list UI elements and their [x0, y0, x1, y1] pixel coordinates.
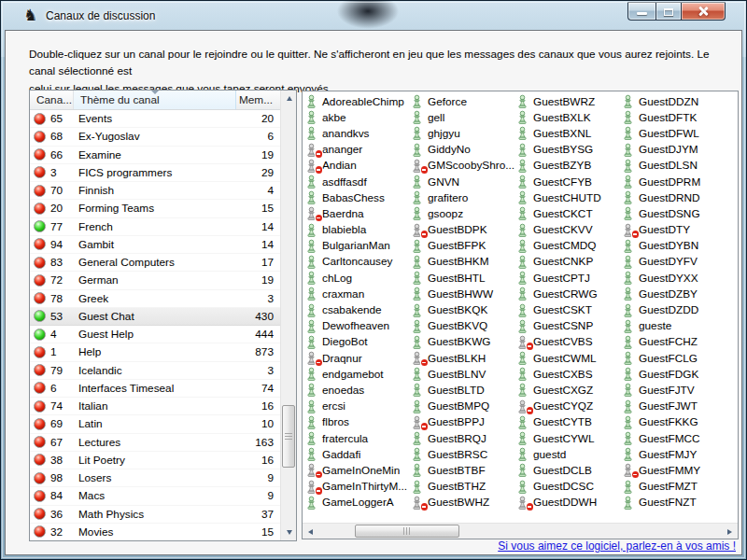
user-item[interactable]: GuestDFWL	[620, 125, 726, 141]
user-item[interactable]: chLog	[303, 270, 409, 286]
channel-row[interactable]: 94 Gambit 14	[30, 236, 280, 254]
maximize-button[interactable]	[655, 2, 682, 21]
user-item[interactable]: GuestDFTK	[620, 109, 726, 125]
user-item[interactable]: GuestBLTD	[409, 382, 514, 398]
user-item[interactable]: GuestBHKM	[409, 254, 514, 270]
channel-row[interactable]: 53 Guest Chat 430	[30, 308, 280, 326]
user-item[interactable]: ercsi	[303, 399, 409, 414]
channel-row[interactable]: 3 FICS programmers 29	[30, 164, 280, 182]
user-item[interactable]: gsoopz	[409, 205, 514, 221]
channel-row[interactable]: 67 Lectures 163	[30, 434, 280, 452]
channel-row[interactable]: 65 Events 20	[30, 110, 280, 128]
user-item[interactable]: GuestDRND	[620, 189, 726, 205]
channel-row[interactable]: 70 Finnish 4	[30, 182, 280, 200]
channel-row[interactable]: 72 German 19	[30, 272, 280, 289]
user-item[interactable]: GuestBLNV	[409, 366, 514, 382]
user-item[interactable]: gueste	[620, 318, 726, 334]
user-item[interactable]: Carltoncausey	[303, 254, 409, 270]
user-item[interactable]: GuestCMDQ	[514, 238, 620, 254]
user-item[interactable]: endgamebot	[303, 366, 409, 382]
user-item[interactable]: GuestCSNP	[514, 318, 620, 334]
channel-row[interactable]: 68 Ex-Yugoslav 6	[30, 128, 280, 146]
user-item[interactable]: GuestBDPK	[409, 222, 514, 238]
user-item[interactable]: BabasChess	[303, 189, 409, 205]
user-item[interactable]: GuestBFPK	[409, 238, 514, 254]
channel-row[interactable]: 69 Latin 10	[30, 415, 280, 433]
user-item[interactable]: Baerdna	[303, 205, 409, 221]
user-item[interactable]: GuestDDZN	[620, 93, 726, 109]
user-item[interactable]: GuestDZBY	[620, 286, 726, 301]
user-item[interactable]: GuestBKVQ	[409, 318, 514, 334]
user-item[interactable]: GuestBRQJ	[409, 430, 514, 446]
user-item[interactable]: GuestFCLG	[620, 350, 726, 366]
user-item[interactable]: GuestFCHZ	[620, 334, 726, 350]
user-item[interactable]: GuestCHUTD	[514, 189, 620, 205]
column-header-canal[interactable]: Cana...	[30, 91, 74, 109]
user-item[interactable]: GuestDLSN	[620, 158, 726, 174]
user-item[interactable]: GuestCYWL	[514, 430, 620, 446]
user-item[interactable]: GiddyNo	[409, 142, 514, 158]
channel-row[interactable]: 77 French 14	[30, 218, 280, 236]
scroll-right-button[interactable]	[722, 524, 738, 539]
user-item[interactable]: GuestCPTJ	[514, 270, 620, 286]
user-item[interactable]: GameInThirtyM...	[303, 479, 409, 495]
user-item[interactable]: GuestDPRM	[620, 174, 726, 189]
user-item[interactable]: anandkvs	[303, 125, 409, 141]
user-item[interactable]: GuestFKKG	[620, 414, 726, 430]
user-item[interactable]: GuestDZDD	[620, 301, 726, 317]
user-item[interactable]: GuestBHTL	[409, 270, 514, 286]
user-item[interactable]: GuestDTY	[620, 222, 726, 238]
channel-row[interactable]: 83 General Computers 17	[30, 254, 280, 272]
user-item[interactable]: BulgarianMan	[303, 238, 409, 254]
user-item[interactable]: Andian	[303, 158, 409, 174]
user-item[interactable]: GuestCRWG	[514, 286, 620, 301]
user-item[interactable]: GuestBYSG	[514, 142, 620, 158]
user-item[interactable]: GuestCYTB	[514, 414, 620, 430]
user-item[interactable]: GuestFMZT	[620, 479, 726, 495]
titlebar[interactable]: ♞ Canaux de discussion	[2, 2, 745, 30]
user-item[interactable]: blabiebla	[303, 222, 409, 238]
user-item[interactable]: GuestFJTV	[620, 382, 726, 398]
scroll-down-button[interactable]	[281, 525, 297, 540]
user-item[interactable]: GameLoggerA	[303, 495, 409, 511]
user-item[interactable]: GMScoobyShro...	[409, 158, 514, 174]
horizontal-scrollbar-thumb[interactable]	[355, 525, 459, 538]
user-item[interactable]: GuestBLKH	[409, 350, 514, 366]
channel-table-vertical-scrollbar[interactable]	[280, 91, 296, 540]
user-item[interactable]: GuestBZYB	[514, 158, 620, 174]
user-item[interactable]: GuestBXLK	[514, 109, 620, 125]
user-item[interactable]: GuestFJWT	[620, 399, 726, 414]
user-item[interactable]: Draqnur	[303, 350, 409, 366]
column-header-theme[interactable]: Thème du canal	[74, 91, 236, 109]
user-item[interactable]: GuestDCLB	[514, 462, 620, 478]
user-item[interactable]: GuestCFYB	[514, 174, 620, 189]
user-item[interactable]: GameInOneMin	[303, 462, 409, 478]
user-item[interactable]: GuestDCSC	[514, 479, 620, 495]
channel-row[interactable]: 78 Greek 3	[30, 290, 280, 308]
close-button[interactable]	[682, 2, 726, 21]
user-item[interactable]: Gaddafi	[303, 446, 409, 462]
user-item[interactable]: akbe	[303, 109, 409, 125]
user-item[interactable]: GuestDJYM	[620, 142, 726, 158]
channel-row[interactable]: 1 Help 873	[30, 343, 280, 361]
user-item[interactable]: GuestDSNG	[620, 205, 726, 221]
user-item[interactable]: GuestBTBF	[409, 462, 514, 478]
user-item[interactable]: GuestFNZT	[620, 495, 726, 511]
minimize-button[interactable]	[627, 2, 655, 21]
channel-row[interactable]: 66 Examine 19	[30, 147, 280, 164]
user-item[interactable]: GuestCXGZ	[514, 382, 620, 398]
user-item[interactable]: GuestFDGK	[620, 366, 726, 382]
user-item[interactable]: ghjgyu	[409, 125, 514, 141]
share-software-link[interactable]: Si vous aimez ce logiciel, parlez-en à v…	[498, 539, 736, 553]
user-item[interactable]: GuestBTHZ	[409, 479, 514, 495]
user-item[interactable]: GuestCSKT	[514, 301, 620, 317]
user-item[interactable]: csabakende	[303, 301, 409, 317]
user-item[interactable]: GuestBXNL	[514, 125, 620, 141]
user-item[interactable]: GuestFMCC	[620, 430, 726, 446]
user-item[interactable]: Geforce	[409, 93, 514, 109]
user-item[interactable]: GuestFMMY	[620, 462, 726, 478]
user-item[interactable]: GuestDYBN	[620, 238, 726, 254]
channel-row[interactable]: 20 Forming Teams 15	[30, 200, 280, 217]
scroll-up-button[interactable]	[281, 91, 297, 106]
user-item[interactable]: enoedas	[303, 382, 409, 398]
